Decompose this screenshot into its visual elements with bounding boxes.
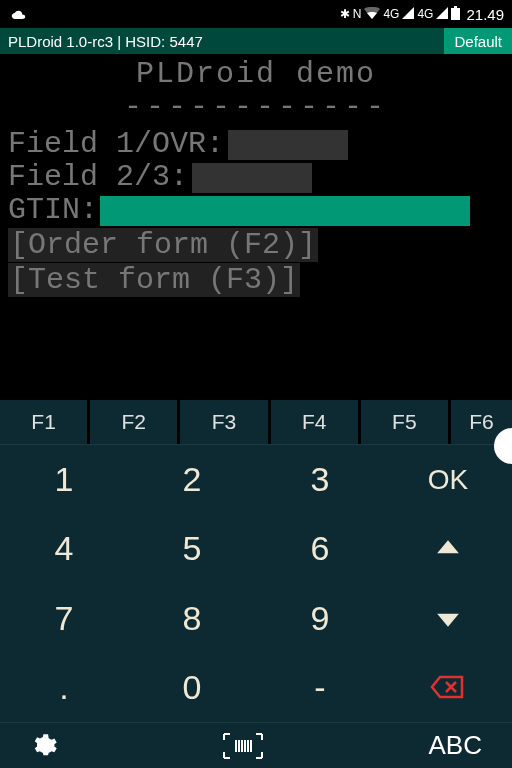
field-1-input[interactable] xyxy=(228,130,348,160)
mode-button[interactable]: Default xyxy=(444,28,512,54)
terminal-divider: ------------ xyxy=(8,91,504,124)
key-4[interactable]: 4 xyxy=(0,514,128,583)
status-bar: ✱ N 4G 4G 21.49 xyxy=(0,0,512,28)
f4-key[interactable]: F4 xyxy=(271,400,358,444)
gtin-label: GTIN: xyxy=(8,194,98,227)
key-5[interactable]: 5 xyxy=(128,514,256,583)
key-1[interactable]: 1 xyxy=(0,445,128,514)
test-form-link[interactable]: [Test form (F3)] xyxy=(8,263,300,297)
key-ok[interactable]: OK xyxy=(384,445,512,514)
status-right: ✱ N 4G 4G 21.49 xyxy=(340,6,504,23)
field-2-input[interactable] xyxy=(192,163,312,193)
f5-key[interactable]: F5 xyxy=(361,400,448,444)
f2-key[interactable]: F2 xyxy=(90,400,177,444)
clock: 21.49 xyxy=(466,6,504,23)
field-2-label: Field 2/3: xyxy=(8,161,188,194)
signal-label-1: 4G xyxy=(383,7,399,21)
app-title: PLDroid 1.0-rc3 | HSID: 5447 xyxy=(8,33,203,50)
f3-key[interactable]: F3 xyxy=(180,400,267,444)
key-7[interactable]: 7 xyxy=(0,584,128,653)
signal-icon-2 xyxy=(436,7,448,22)
nfc-icon: N xyxy=(353,7,362,21)
signal-label-2: 4G xyxy=(417,7,433,21)
gtin-row: GTIN: xyxy=(8,194,504,227)
bottom-bar: ABC xyxy=(0,722,512,768)
f1-key[interactable]: F1 xyxy=(0,400,87,444)
key-6[interactable]: 6 xyxy=(256,514,384,583)
battery-icon xyxy=(451,6,460,23)
numpad: 1 2 3 OK 4 5 6 7 8 9 . 0 - xyxy=(0,444,512,722)
field-2-row: Field 2/3: xyxy=(8,161,504,194)
key-up[interactable] xyxy=(384,514,512,583)
gtin-input[interactable] xyxy=(100,196,470,226)
key-minus[interactable]: - xyxy=(256,653,384,722)
order-form-link[interactable]: [Order form (F2)] xyxy=(8,228,318,262)
key-2[interactable]: 2 xyxy=(128,445,256,514)
settings-button[interactable] xyxy=(30,732,58,760)
svg-rect-1 xyxy=(454,6,457,8)
keyboard-mode-button[interactable]: ABC xyxy=(429,730,482,761)
signal-icon-1 xyxy=(402,7,414,22)
key-down[interactable] xyxy=(384,584,512,653)
field-1-row: Field 1/OVR: xyxy=(8,128,504,161)
svg-rect-0 xyxy=(451,8,460,20)
function-key-row: F1 F2 F3 F4 F5 F6 xyxy=(0,400,512,444)
key-9[interactable]: 9 xyxy=(256,584,384,653)
bluetooth-icon: ✱ xyxy=(340,7,350,21)
cloud-icon xyxy=(8,6,26,23)
app-header: PLDroid 1.0-rc3 | HSID: 5447 Default xyxy=(0,28,512,54)
terminal-screen: PLDroid demo ------------ Field 1/OVR: F… xyxy=(0,54,512,400)
key-8[interactable]: 8 xyxy=(128,584,256,653)
key-backspace[interactable] xyxy=(384,653,512,722)
status-left xyxy=(8,6,26,23)
barcode-button[interactable] xyxy=(222,732,264,760)
wifi-icon xyxy=(364,7,380,22)
key-dot[interactable]: . xyxy=(0,653,128,722)
key-0[interactable]: 0 xyxy=(128,653,256,722)
terminal-title: PLDroid demo xyxy=(8,58,504,91)
field-1-label: Field 1/OVR: xyxy=(8,128,224,161)
key-3[interactable]: 3 xyxy=(256,445,384,514)
